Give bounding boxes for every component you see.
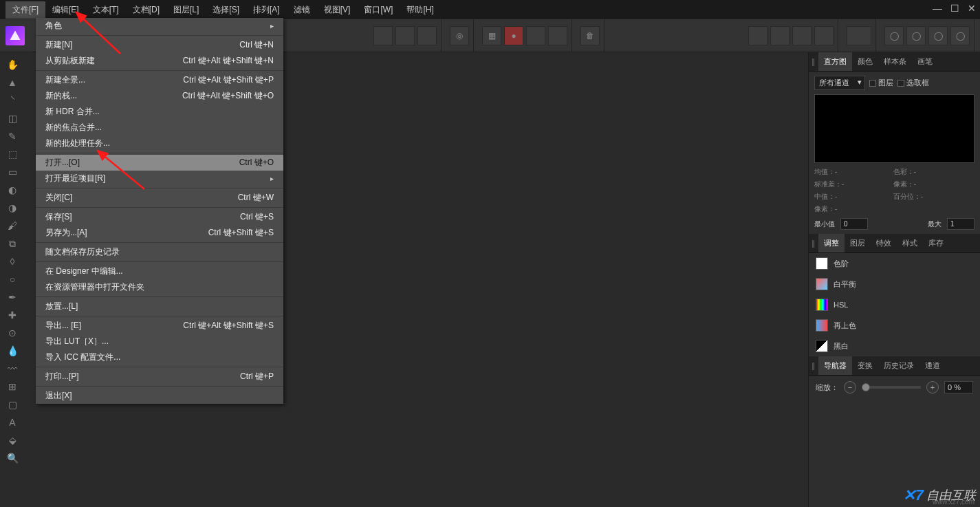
menuitem-新的焦点合并[interactable]: 新的焦点合并... — [36, 120, 283, 136]
perspective-tool[interactable]: ⬙ — [4, 432, 21, 449]
menu-5[interactable]: 选择[S] — [206, 1, 246, 19]
menuitem-新的栈[interactable]: 新的栈...Ctrl 键+Alt 键+Shift 键+O — [36, 88, 283, 104]
tab-navigator[interactable]: 导航器 — [818, 356, 852, 375]
shape-tool[interactable]: ▢ — [4, 396, 21, 413]
menuitem-新HDR合并[interactable]: 新 HDR 合并... — [36, 104, 283, 120]
boolean-4[interactable]: ◯ — [950, 26, 970, 45]
mesh-tool[interactable]: ⊞ — [4, 378, 21, 395]
menu-1[interactable]: 编辑[E] — [45, 1, 86, 19]
arrange-2[interactable] — [770, 26, 790, 45]
menuitem-导出LUTX[interactable]: 导出 LUT［X］... — [36, 334, 283, 349]
brush-tool[interactable]: ✎ — [4, 128, 21, 144]
menuitem-在资源管理器中打开文件夹[interactable]: 在资源管理器中打开文件夹 — [36, 279, 283, 295]
menuitem-另存为A[interactable]: 另存为...[A]Ctrl 键+Shift 键+S — [36, 225, 283, 241]
grid-btn[interactable]: ▦ — [482, 26, 501, 45]
tab-histogram[interactable]: 直方图 — [818, 52, 852, 71]
menuitem-导入ICC配置文件[interactable]: 导入 ICC 配置文件... — [36, 349, 283, 365]
tab-layers[interactable]: 图层 — [845, 234, 871, 252]
menuitem-放置L[interactable]: 放置...[L] — [36, 299, 283, 314]
menuitem-退出X[interactable]: 退出[X] — [36, 388, 283, 404]
boolean-1[interactable]: ◯ — [884, 26, 904, 45]
menuitem-新建全景[interactable]: 新建全景...Ctrl 键+Alt 键+Shift 键+P — [36, 72, 283, 88]
order-btn[interactable] — [847, 26, 871, 45]
zoom-out-button[interactable]: − — [844, 381, 856, 393]
tab-stock[interactable]: 库存 — [923, 234, 949, 252]
menuitem-新建N[interactable]: 新建[N]Ctrl 键+N — [36, 37, 283, 53]
boolean-3[interactable]: ◯ — [928, 26, 948, 45]
tab-effects[interactable]: 特效 — [871, 234, 897, 252]
close-button[interactable]: ✕ — [968, 3, 976, 14]
smudge-tool[interactable]: 〰 — [4, 360, 21, 377]
arrange-1[interactable] — [748, 26, 767, 45]
tab-channels[interactable]: 通道 — [919, 356, 946, 375]
menuitem-导出E[interactable]: 导出... [E]Ctrl 键+Alt 键+Shift 键+S — [36, 318, 283, 334]
align-btn-3[interactable] — [417, 26, 437, 45]
menuitem-在Designer中编辑[interactable]: 在 Designer 中编辑... — [36, 263, 283, 279]
trash-btn[interactable]: 🗑 — [580, 26, 600, 45]
zoom-in-button[interactable]: + — [926, 381, 939, 393]
adjustment-hsl[interactable]: HSL — [809, 294, 980, 315]
menu-6[interactable]: 排列[A] — [246, 1, 287, 19]
pen-tool[interactable]: ✒ — [4, 289, 21, 305]
menu-2[interactable]: 文本[T] — [86, 1, 126, 19]
tab-styles[interactable]: 样式 — [897, 234, 923, 252]
record-btn[interactable]: ● — [504, 26, 523, 45]
menuitem-从剪贴板新建[interactable]: 从剪贴板新建Ctrl 键+Alt 键+Shift 键+N — [36, 53, 283, 69]
menuitem-保存S[interactable]: 保存[S]Ctrl 键+S — [36, 209, 283, 225]
menu-10[interactable]: 帮助[H] — [400, 1, 440, 19]
menuitem-打开最近项目R[interactable]: 打开最近项目[R]▸ — [36, 171, 283, 186]
maximize-button[interactable]: ☐ — [950, 3, 959, 14]
hand-tool[interactable]: ✋ — [4, 56, 21, 73]
menuitem-随文档保存历史记录[interactable]: 随文档保存历史记录 — [36, 244, 283, 260]
menuitem-打开O[interactable]: 打开...[O]Ctrl 键+O — [36, 155, 283, 171]
tab-transform[interactable]: 变换 — [852, 356, 878, 375]
selection-tool[interactable]: ⬚ — [4, 146, 21, 162]
color-picker-tool[interactable]: ⸌ — [4, 92, 21, 109]
menuitem-新的批处理任务[interactable]: 新的批处理任务... — [36, 136, 283, 151]
arrange-3[interactable] — [792, 26, 812, 45]
arrange-4[interactable] — [814, 26, 834, 45]
paint-tool[interactable]: 🖌 — [4, 217, 21, 234]
minimize-button[interactable]: — — [933, 3, 942, 14]
text-tool[interactable]: A — [4, 414, 21, 431]
misc-btn-1[interactable] — [526, 26, 545, 45]
tab-brushes[interactable]: 画笔 — [912, 52, 938, 71]
adjustment-bw[interactable]: 黑白 — [809, 336, 980, 356]
tab-swatches[interactable]: 样本条 — [878, 52, 912, 71]
align-btn-2[interactable] — [395, 26, 415, 45]
marquee-tool[interactable]: ▭ — [4, 164, 21, 180]
tab-adjustments[interactable]: 调整 — [818, 234, 845, 252]
move-tool[interactable]: ▲ — [4, 74, 21, 91]
boolean-2[interactable]: ◯ — [906, 26, 926, 45]
snap-btn[interactable]: ◎ — [450, 26, 469, 45]
tab-history[interactable]: 历史记录 — [878, 356, 919, 375]
clone-tool[interactable]: ⧉ — [4, 235, 21, 252]
menuitem-打印P[interactable]: 打印...[P]Ctrl 键+P — [36, 369, 283, 385]
redeye-tool[interactable]: ⊙ — [4, 325, 21, 341]
channel-select[interactable]: 所有通道 ▾ — [814, 76, 865, 90]
heal-tool[interactable]: ✚ — [4, 307, 21, 323]
zoom-value[interactable]: 0 % — [944, 381, 973, 393]
drag-handle-icon[interactable]: ‖ — [809, 361, 818, 370]
drag-handle-icon[interactable]: ‖ — [809, 239, 818, 248]
menuitem-关闭C[interactable]: 关闭[C]Ctrl 键+W — [36, 190, 283, 206]
menu-3[interactable]: 文档[D] — [126, 1, 166, 19]
menu-9[interactable]: 窗口[W] — [357, 1, 400, 19]
dodge-tool[interactable]: ○ — [4, 271, 21, 288]
menu-7[interactable]: 滤镜 — [287, 1, 317, 19]
gradient-tool[interactable]: ◑ — [4, 199, 21, 216]
eraser-tool[interactable]: ◊ — [4, 253, 21, 270]
max-input[interactable] — [947, 218, 974, 230]
adjustment-whitebalance[interactable]: 白平衡 — [809, 274, 980, 294]
menuitem-角色[interactable]: 角色▸ — [36, 18, 283, 34]
min-input[interactable] — [840, 218, 868, 230]
align-btn-1[interactable] — [373, 26, 393, 45]
menu-0[interactable]: 文件[F] — [6, 1, 45, 19]
menu-8[interactable]: 视图[V] — [317, 1, 358, 19]
zoom-slider[interactable] — [862, 386, 921, 389]
blur-tool[interactable]: 💧 — [4, 343, 21, 359]
crop-tool[interactable]: ◫ — [4, 110, 21, 127]
misc-btn-2[interactable] — [548, 26, 567, 45]
flood-tool[interactable]: ◐ — [4, 182, 21, 198]
drag-handle-icon[interactable]: ‖ — [809, 57, 818, 66]
